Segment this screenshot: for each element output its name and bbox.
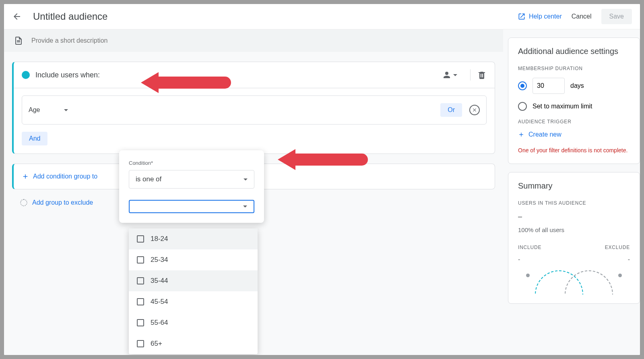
checkbox-icon bbox=[137, 298, 144, 305]
max-limit-label: Set to maximum limit bbox=[533, 103, 592, 110]
checkbox-icon bbox=[137, 277, 144, 284]
settings-title: Additional audience settings bbox=[518, 47, 630, 56]
duration-input[interactable] bbox=[533, 78, 565, 94]
duration-days-row: days bbox=[518, 78, 630, 94]
operator-select[interactable]: is one of bbox=[129, 170, 254, 189]
option-label: 18-24 bbox=[151, 235, 168, 243]
checkbox-icon bbox=[137, 340, 144, 347]
include-indicator-icon bbox=[22, 71, 30, 79]
back-arrow-icon[interactable] bbox=[12, 12, 22, 21]
option-label: 35-44 bbox=[151, 277, 168, 285]
option-label: 25-34 bbox=[151, 256, 168, 264]
option-item[interactable]: 35-44 bbox=[129, 270, 258, 291]
person-icon bbox=[442, 70, 452, 80]
audience-trigger-label: AUDIENCE TRIGGER bbox=[518, 119, 630, 125]
main-editor: Include users when: Age Or bbox=[4, 29, 503, 355]
right-sidebar: Additional audience settings MEMBERSHIP … bbox=[503, 29, 640, 355]
include-header: Include users when: bbox=[14, 62, 495, 88]
help-center-link[interactable]: Help center bbox=[518, 12, 562, 21]
checkbox-icon bbox=[137, 319, 144, 326]
add-exclude-label: Add group to exclude bbox=[32, 199, 93, 206]
plus-icon bbox=[518, 131, 524, 138]
annotation-arrow-icon bbox=[141, 72, 231, 93]
value-select[interactable] bbox=[129, 200, 254, 213]
option-label: 55-64 bbox=[151, 319, 168, 327]
description-input[interactable] bbox=[31, 37, 192, 44]
annotation-arrow-icon bbox=[278, 149, 368, 170]
include-value: - bbox=[518, 256, 520, 263]
filter-error-message: One of your filter definitions is not co… bbox=[518, 146, 630, 155]
option-item[interactable]: 45-54 bbox=[129, 291, 258, 312]
users-in-audience-label: USERS IN THIS AUDIENCE bbox=[518, 200, 630, 206]
chevron-down-icon bbox=[453, 74, 457, 76]
include-label: INCLUDE bbox=[518, 245, 541, 250]
option-item[interactable]: 65+ bbox=[129, 333, 258, 354]
exclude-label: EXCLUDE bbox=[605, 245, 630, 250]
settings-panel: Additional audience settings MEMBERSHIP … bbox=[508, 37, 640, 164]
page-title[interactable]: Untitled audience bbox=[33, 11, 518, 22]
save-button[interactable]: Save bbox=[601, 9, 632, 24]
plus-icon bbox=[22, 173, 29, 180]
checkbox-icon bbox=[137, 235, 144, 243]
and-button[interactable]: And bbox=[22, 132, 47, 145]
summary-panel: Summary USERS IN THIS AUDIENCE – 100% of… bbox=[508, 172, 640, 304]
editor-header: Untitled audience Help center Cancel Sav… bbox=[4, 4, 640, 29]
summary-title: Summary bbox=[518, 181, 630, 191]
options-dropdown: 18-24 25-34 35-44 45-54 55-64 65+ bbox=[129, 228, 258, 354]
dotted-circle-icon bbox=[20, 199, 27, 206]
dimension-row: Age Or bbox=[22, 95, 487, 125]
option-label: 65+ bbox=[151, 340, 162, 348]
description-icon bbox=[14, 36, 23, 46]
create-trigger-link[interactable]: Create new bbox=[518, 131, 630, 138]
chevron-down-icon bbox=[64, 109, 68, 111]
delete-button[interactable] bbox=[477, 70, 487, 80]
percent-of-users: 100% of all users bbox=[518, 226, 630, 233]
include-heading: Include users when: bbox=[35, 71, 442, 79]
users-value: – bbox=[518, 212, 630, 221]
create-new-label: Create new bbox=[528, 131, 561, 138]
duration-unit: days bbox=[570, 82, 584, 89]
help-center-label: Help center bbox=[529, 13, 562, 20]
divider bbox=[470, 69, 471, 81]
scope-selector[interactable] bbox=[442, 70, 457, 80]
or-button[interactable]: Or bbox=[440, 103, 462, 117]
option-item[interactable]: 18-24 bbox=[129, 228, 258, 249]
cancel-button[interactable]: Cancel bbox=[572, 13, 592, 20]
add-condition-label: Add condition group to bbox=[33, 173, 97, 180]
dimension-selector[interactable]: Age bbox=[29, 106, 68, 114]
remove-condition-button[interactable] bbox=[469, 105, 480, 115]
chevron-down-icon bbox=[243, 205, 247, 208]
option-item[interactable]: 25-34 bbox=[129, 249, 258, 270]
option-label: 45-54 bbox=[151, 298, 168, 306]
duration-max-row: Set to maximum limit bbox=[518, 102, 630, 111]
exclude-value: - bbox=[628, 256, 630, 263]
description-row bbox=[4, 29, 503, 52]
chevron-down-icon bbox=[244, 178, 248, 181]
membership-duration-label: MEMBERSHIP DURATION bbox=[518, 66, 630, 71]
option-item[interactable]: 55-64 bbox=[129, 312, 258, 333]
dimension-name: Age bbox=[29, 106, 40, 114]
condition-popover: Condition* is one of bbox=[119, 150, 264, 223]
venn-diagram bbox=[518, 270, 630, 295]
include-condition-card: Include users when: Age Or bbox=[12, 62, 495, 154]
condition-label: Condition* bbox=[129, 160, 254, 166]
close-icon bbox=[472, 107, 477, 113]
duration-days-radio[interactable] bbox=[518, 81, 527, 90]
operator-value: is one of bbox=[136, 175, 161, 183]
open-in-new-icon bbox=[518, 12, 526, 21]
checkbox-icon bbox=[137, 256, 144, 264]
duration-max-radio[interactable] bbox=[518, 102, 527, 111]
